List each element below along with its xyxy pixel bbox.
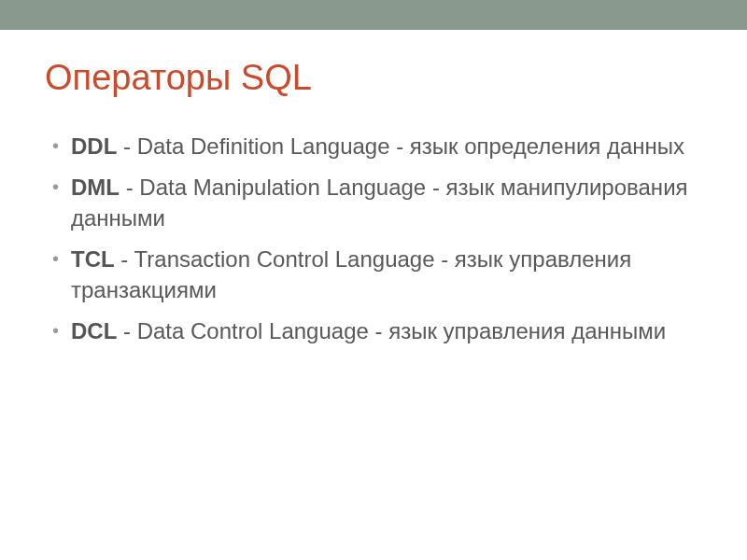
- slide-body: Операторы SQL DDL - Data Definition Lang…: [0, 30, 747, 376]
- slide-top-accent-bar: [0, 0, 747, 30]
- list-item: DML - Data Manipulation Language - язык …: [58, 173, 702, 233]
- term-description: - Data Control Language - язык управлени…: [117, 318, 666, 343]
- list-item: DCL - Data Control Language - язык управ…: [58, 316, 702, 346]
- bullet-list: DDL - Data Definition Language - язык оп…: [45, 132, 702, 346]
- term: DCL: [71, 318, 117, 343]
- term-description: - Data Definition Language - язык опреде…: [117, 133, 684, 159]
- slide-title: Операторы SQL: [45, 58, 702, 98]
- term-description: - Data Manipulation Language - язык мани…: [71, 175, 688, 230]
- term-description: - Transaction Control Language - язык уп…: [71, 246, 631, 301]
- list-item: DDL - Data Definition Language - язык оп…: [58, 132, 702, 161]
- term: DML: [71, 175, 120, 200]
- term: TCL: [71, 246, 115, 272]
- list-item: TCL - Transaction Control Language - язы…: [58, 245, 702, 305]
- term: DDL: [71, 133, 117, 159]
